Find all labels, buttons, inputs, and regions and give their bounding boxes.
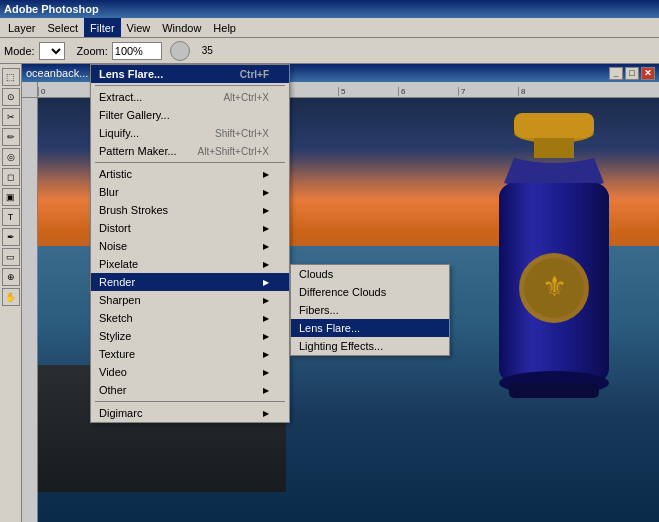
stylize-arrow-icon: ▶ bbox=[263, 332, 269, 341]
filter-item-artistic[interactable]: Artistic ▶ bbox=[91, 165, 289, 183]
filter-item-liquify[interactable]: Liquify... Shift+Ctrl+X bbox=[91, 124, 289, 142]
filter-distort-label: Distort bbox=[99, 222, 131, 234]
filter-pixelate-label: Pixelate bbox=[99, 258, 138, 270]
render-lighting-effects-label: Lighting Effects... bbox=[299, 340, 383, 352]
left-toolbar: ⬚ ⊙ ✂ ✏ ◎ ◻ ▣ T ✒ ▭ ⊕ ✋ bbox=[0, 64, 22, 522]
tool-eraser[interactable]: ◻ bbox=[2, 168, 20, 186]
render-arrow-icon: ▶ bbox=[263, 278, 269, 287]
filter-item-lens-flare-top[interactable]: Lens Flare... Ctrl+F bbox=[91, 65, 289, 83]
filter-noise-label: Noise bbox=[99, 240, 127, 252]
noise-arrow-icon: ▶ bbox=[263, 242, 269, 251]
pixelate-arrow-icon: ▶ bbox=[263, 260, 269, 269]
menu-view[interactable]: View bbox=[121, 18, 157, 37]
filter-pattern-maker-shortcut: Alt+Shift+Ctrl+X bbox=[198, 146, 269, 157]
filter-item-sharpen[interactable]: Sharpen ▶ bbox=[91, 291, 289, 309]
filter-item-distort[interactable]: Distort ▶ bbox=[91, 219, 289, 237]
svg-rect-10 bbox=[509, 383, 599, 398]
render-submenu: Clouds Difference Clouds Fibers... Lens … bbox=[290, 264, 450, 356]
sketch-arrow-icon: ▶ bbox=[263, 314, 269, 323]
filter-item-pixelate[interactable]: Pixelate ▶ bbox=[91, 255, 289, 273]
filter-extract-shortcut: Alt+Ctrl+X bbox=[223, 92, 269, 103]
render-fibers-label: Fibers... bbox=[299, 304, 339, 316]
tool-text[interactable]: T bbox=[2, 208, 20, 226]
filter-item-noise[interactable]: Noise ▶ bbox=[91, 237, 289, 255]
filter-item-blur[interactable]: Blur ▶ bbox=[91, 183, 289, 201]
render-item-clouds[interactable]: Clouds bbox=[291, 265, 449, 283]
tool-clone[interactable]: ◎ bbox=[2, 148, 20, 166]
filter-item-digimarc[interactable]: Digimarc ▶ bbox=[91, 404, 289, 422]
render-item-fibers[interactable]: Fibers... bbox=[291, 301, 449, 319]
artistic-arrow-icon: ▶ bbox=[263, 170, 269, 179]
blur-arrow-icon: ▶ bbox=[263, 188, 269, 197]
render-item-lens-flare[interactable]: Lens Flare... bbox=[291, 319, 449, 337]
filter-sketch-label: Sketch bbox=[99, 312, 133, 324]
filter-item-stylize[interactable]: Stylize ▶ bbox=[91, 327, 289, 345]
ruler-side bbox=[22, 98, 38, 522]
filter-item-filter-gallery[interactable]: Filter Gallery... bbox=[91, 106, 289, 124]
render-difference-clouds-label: Difference Clouds bbox=[299, 286, 386, 298]
toolbar: Mode: Zoom: 35 bbox=[0, 38, 659, 64]
menu-help[interactable]: Help bbox=[207, 18, 242, 37]
filter-item-extract[interactable]: Extract... Alt+Ctrl+X bbox=[91, 88, 289, 106]
tool-pen[interactable]: ✒ bbox=[2, 228, 20, 246]
close-button[interactable]: ✕ bbox=[641, 67, 655, 80]
filter-liquify-label: Liquify... bbox=[99, 127, 139, 139]
separator-3 bbox=[95, 401, 285, 402]
canvas-area: oceanback... (#) _ □ ✕ 0 1 2 3 4 5 6 bbox=[22, 64, 659, 522]
tool-lasso[interactable]: ⊙ bbox=[2, 88, 20, 106]
tool-gradient[interactable]: ▣ bbox=[2, 188, 20, 206]
menu-select[interactable]: Select bbox=[42, 18, 85, 37]
tool-select[interactable]: ⬚ bbox=[2, 68, 20, 86]
separator-2 bbox=[95, 162, 285, 163]
mode-select[interactable] bbox=[39, 42, 65, 60]
filter-stylize-label: Stylize bbox=[99, 330, 131, 342]
video-arrow-icon: ▶ bbox=[263, 368, 269, 377]
filter-item-pattern-maker[interactable]: Pattern Maker... Alt+Shift+Ctrl+X bbox=[91, 142, 289, 160]
menu-layer[interactable]: Layer bbox=[2, 18, 42, 37]
filter-item-render[interactable]: Render ▶ bbox=[91, 273, 289, 291]
sharpen-arrow-icon: ▶ bbox=[263, 296, 269, 305]
zoom-label: Zoom: bbox=[77, 45, 108, 57]
filter-other-label: Other bbox=[99, 384, 127, 396]
filter-render-label: Render bbox=[99, 276, 135, 288]
filter-liquify-shortcut: Shift+Ctrl+X bbox=[215, 128, 269, 139]
mode-label: Mode: bbox=[4, 45, 35, 57]
render-item-difference-clouds[interactable]: Difference Clouds bbox=[291, 283, 449, 301]
svg-text:⚜: ⚜ bbox=[542, 271, 567, 302]
filter-pattern-maker-label: Pattern Maker... bbox=[99, 145, 177, 157]
tool-zoom[interactable]: ⊕ bbox=[2, 268, 20, 286]
menu-filter[interactable]: Filter bbox=[84, 18, 120, 37]
tool-hand[interactable]: ✋ bbox=[2, 288, 20, 306]
zoom-input[interactable] bbox=[112, 42, 162, 60]
filter-item-video[interactable]: Video ▶ bbox=[91, 363, 289, 381]
filter-video-label: Video bbox=[99, 366, 127, 378]
ruler-mark-8: 8 bbox=[518, 87, 578, 96]
filter-item-brush-strokes[interactable]: Brush Strokes ▶ bbox=[91, 201, 289, 219]
digimarc-arrow-icon: ▶ bbox=[263, 409, 269, 418]
minimize-button[interactable]: _ bbox=[609, 67, 623, 80]
menu-window[interactable]: Window bbox=[156, 18, 207, 37]
menu-bar: Layer Select Filter View Window Help bbox=[0, 18, 659, 38]
filter-texture-label: Texture bbox=[99, 348, 135, 360]
ruler-mark-5: 5 bbox=[338, 87, 398, 96]
ruler-corner bbox=[22, 82, 38, 98]
filter-dropdown: Lens Flare... Ctrl+F Extract... Alt+Ctrl… bbox=[90, 64, 290, 423]
app-title: Adobe Photoshop bbox=[4, 3, 99, 15]
main-area: ⬚ ⊙ ✂ ✏ ◎ ◻ ▣ T ✒ ▭ ⊕ ✋ oceanback... (#)… bbox=[0, 64, 659, 522]
filter-item-sketch[interactable]: Sketch ▶ bbox=[91, 309, 289, 327]
svg-rect-2 bbox=[514, 113, 594, 138]
filter-gallery-label: Filter Gallery... bbox=[99, 109, 170, 121]
filter-digimarc-label: Digimarc bbox=[99, 407, 142, 419]
svg-rect-3 bbox=[534, 138, 574, 158]
maximize-button[interactable]: □ bbox=[625, 67, 639, 80]
circle-tool[interactable] bbox=[170, 41, 190, 61]
filter-extract-label: Extract... bbox=[99, 91, 142, 103]
render-item-lighting-effects[interactable]: Lighting Effects... bbox=[291, 337, 449, 355]
filter-item-texture[interactable]: Texture ▶ bbox=[91, 345, 289, 363]
filter-item-other[interactable]: Other ▶ bbox=[91, 381, 289, 399]
filter-blur-label: Blur bbox=[99, 186, 119, 198]
tool-crop[interactable]: ✂ bbox=[2, 108, 20, 126]
window-controls: _ □ ✕ bbox=[609, 67, 655, 80]
tool-shape[interactable]: ▭ bbox=[2, 248, 20, 266]
tool-brush[interactable]: ✏ bbox=[2, 128, 20, 146]
